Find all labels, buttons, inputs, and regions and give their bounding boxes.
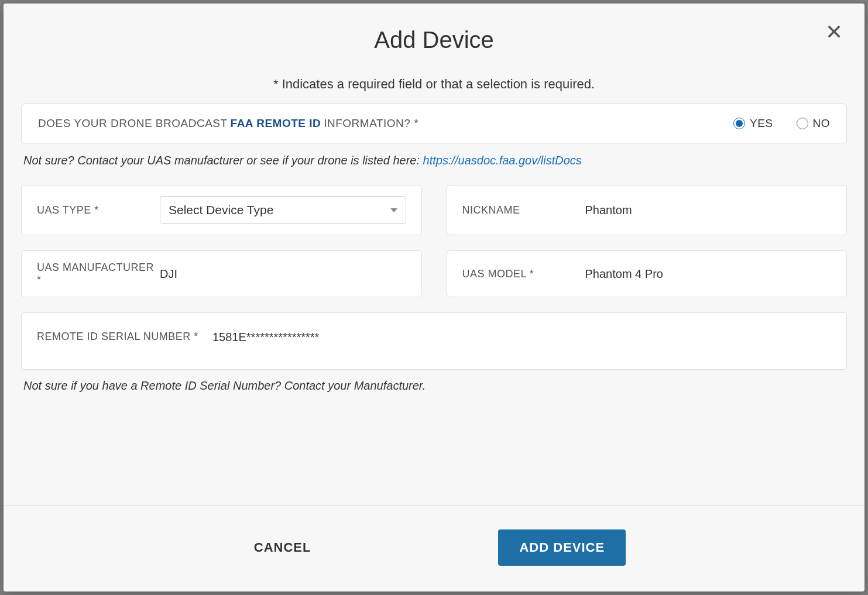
help-note-text: Not sure? Contact your UAS manufacturer …	[23, 154, 423, 167]
remote-id-question-box: DOES YOUR DRONE BROADCAST FAA REMOTE ID …	[21, 104, 847, 143]
remote-id-serial-input[interactable]	[212, 331, 831, 344]
uas-type-select-text: Select Device Type	[169, 203, 273, 217]
remote-id-serial-field: REMOTE ID SERIAL NUMBER *	[21, 312, 847, 370]
remote-id-no-option[interactable]: NO	[797, 117, 831, 130]
nickname-input[interactable]	[585, 204, 832, 217]
modal-footer: CANCEL ADD DEVICE	[4, 505, 864, 591]
remote-id-no-label: NO	[813, 117, 831, 130]
model-label: UAS MODEL *	[462, 268, 585, 280]
model-field: UAS MODEL *	[447, 250, 848, 297]
remote-id-yes-radio[interactable]	[733, 118, 745, 129]
uas-type-label: UAS TYPE *	[37, 204, 160, 216]
remote-id-no-radio[interactable]	[797, 118, 808, 129]
uasdoc-link[interactable]: https://uasdoc.faa.gov/listDocs	[423, 154, 582, 167]
question-prefix: DOES YOUR DRONE BROADCAST	[38, 117, 228, 130]
nickname-field: NICKNAME	[447, 185, 848, 235]
model-input[interactable]	[585, 267, 832, 281]
uas-type-field: UAS TYPE * Select Device Type	[21, 185, 422, 235]
close-icon	[826, 23, 842, 40]
question-suffix: INFORMATION? *	[324, 117, 418, 130]
remote-id-question-text: DOES YOUR DRONE BROADCAST FAA REMOTE ID …	[38, 117, 418, 130]
remote-id-radio-group: YES NO	[733, 117, 830, 130]
remote-id-serial-label: REMOTE ID SERIAL NUMBER *	[37, 331, 212, 343]
modal-header: Add Device	[4, 4, 864, 59]
remote-id-yes-label: YES	[750, 117, 773, 130]
cancel-button[interactable]: CANCEL	[242, 532, 323, 563]
add-device-modal: Add Device * Indicates a required field …	[4, 4, 864, 591]
nickname-label: NICKNAME	[462, 204, 585, 216]
add-device-button[interactable]: ADD DEVICE	[498, 529, 626, 566]
uas-type-select[interactable]: Select Device Type	[160, 196, 406, 224]
remote-id-yes-option[interactable]: YES	[733, 117, 773, 130]
remote-id-help-note: Not sure? Contact your UAS manufacturer …	[21, 143, 847, 185]
serial-number-note: Not sure if you have a Remote ID Serial …	[21, 370, 847, 393]
manufacturer-label: UAS MANUFACTURER *	[37, 262, 160, 286]
manufacturer-input[interactable]	[160, 267, 406, 281]
faa-remote-id-link[interactable]: FAA REMOTE ID	[231, 117, 321, 130]
chevron-down-icon	[390, 208, 397, 212]
device-form-grid: UAS TYPE * Select Device Type NICKNAME U…	[21, 185, 847, 370]
close-button[interactable]	[824, 21, 845, 42]
modal-title: Add Device	[21, 27, 847, 53]
modal-content: DOES YOUR DRONE BROADCAST FAA REMOTE ID …	[4, 104, 864, 505]
required-indicator-note: * Indicates a required field or that a s…	[4, 59, 864, 104]
manufacturer-field: UAS MANUFACTURER *	[21, 250, 422, 297]
